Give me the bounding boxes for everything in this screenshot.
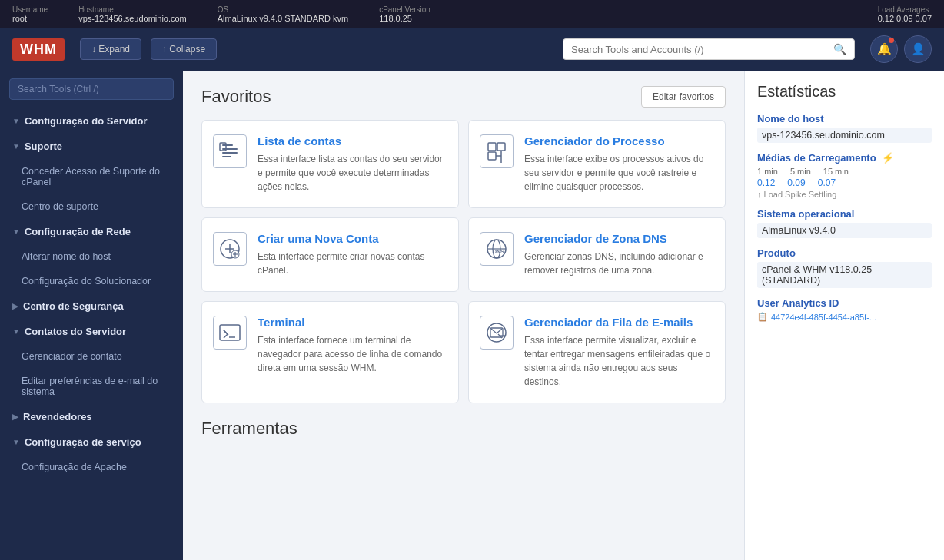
card-gerenciador-processo[interactable]: Gerenciador do Processo Essa interface e… (468, 120, 726, 208)
load-1min-value: 0.12 (757, 177, 775, 188)
sidebar-item-suporte[interactable]: ▼ Suporte (0, 134, 183, 159)
sidebar-label: Configuração de serviço (25, 436, 141, 448)
process-icon (480, 134, 514, 168)
chevron-down-icon: ▼ (12, 117, 20, 125)
user-menu-button[interactable]: 👤 (904, 35, 932, 63)
load-values-row: 0.12 0.09 0.07 (757, 177, 932, 188)
sidebar-label: Centro de Segurança (23, 300, 124, 312)
card-lista-contas-body: Lista de contas Essa interface lista as … (258, 134, 444, 194)
hostname-stat-value: vps-123456.seudominio.com (757, 128, 932, 143)
card-fila-emails-desc: Essa interface permite visualizar, exclu… (524, 333, 711, 389)
load-5min-value: 0.09 (787, 177, 805, 188)
cpanel-label: cPanel Version (379, 5, 430, 14)
card-lista-contas[interactable]: Lista de contas Essa interface lista as … (201, 120, 459, 208)
sidebar-item-editar-preferencias[interactable]: Editar preferências de e-mail do sistema (0, 369, 183, 404)
search-container: 🔍 (563, 38, 855, 60)
os-label: OS (218, 5, 348, 14)
sidebar-item-alterar-hostname[interactable]: Alterar nome do host (0, 244, 183, 269)
favoritos-title: Favoritos (201, 87, 271, 107)
analytics-stat-label: User Analytics ID (757, 297, 932, 309)
card-fila-emails-body: Gerenciador da Fila de E-mails Essa inte… (524, 316, 711, 389)
expand-button[interactable]: ↓ Expand (80, 38, 141, 60)
sidebar-child-label: Configuração de Apache (22, 462, 127, 472)
load-15min-label: 15 min (823, 167, 849, 176)
card-lista-contas-title[interactable]: Lista de contas (258, 134, 444, 147)
os-group: OS AlmaLinux v9.4.0 STANDARD kvm (218, 5, 348, 23)
card-fila-emails[interactable]: Gerenciador da Fila de E-mails Essa inte… (468, 301, 726, 403)
edit-favoritos-button[interactable]: Editar favoritos (641, 86, 726, 108)
search-icon-button[interactable]: 🔍 (833, 43, 846, 55)
svg-rect-2 (222, 152, 238, 154)
sidebar-item-centro-seguranca[interactable]: ▶ Centro de Segurança (0, 293, 183, 319)
card-terminal[interactable]: Terminal Esta interface fornece um termi… (201, 301, 459, 403)
email-queue-icon (480, 316, 514, 350)
card-zona-dns[interactable]: DNS Gerenciador de Zona DNS Gerenciar zo… (468, 217, 726, 292)
sidebar-item-revendedores[interactable]: ▶ Revendedores (0, 404, 183, 429)
product-stat-value: cPanel & WHM v118.0.25 (STANDARD) (757, 262, 932, 288)
svg-rect-3 (222, 156, 231, 157)
notifications-button[interactable]: 🔔 (870, 35, 898, 63)
stats-panel: Estatísticas Nome do host vps-123456.seu… (744, 71, 944, 560)
chevron-down-icon: ▼ (12, 142, 20, 151)
chevron-right-icon: ▶ (12, 413, 18, 421)
hostname-stat-label: Nome do host (757, 113, 932, 124)
sidebar-child-label: Configuração do Solucionador (22, 276, 151, 287)
bell-icon: 🔔 (877, 42, 892, 56)
os-value: AlmaLinux v9.4.0 STANDARD kvm (218, 14, 348, 23)
card-gerenciador-processo-body: Gerenciador do Processo Essa interface e… (524, 134, 711, 194)
username-label: Username (12, 5, 48, 14)
card-zona-dns-desc: Gerenciar zonas DNS, incluindo adicionar… (524, 250, 711, 277)
sidebar-item-config-solucionador[interactable]: Configuração do Solucionador (0, 269, 183, 293)
analytics-stat-value[interactable]: 📋 44724e4f-485f-4454-a85f-... (757, 312, 932, 322)
sidebar-label: Revendedores (23, 411, 92, 422)
sidebar-search-container (0, 71, 183, 108)
load-5min-label: 5 min (790, 167, 811, 176)
card-terminal-body: Terminal Esta interface fornece um termi… (258, 316, 444, 389)
chevron-right-icon: ▶ (12, 302, 18, 310)
main-layout: ▼ Configuração do Servidor ▼ Suporte Con… (0, 71, 944, 560)
sidebar-child-label: Gerenciador de contato (22, 351, 122, 362)
os-stat-value: AlmaLinux v9.4.0 (757, 223, 932, 238)
sidebar-item-contatos-servidor[interactable]: ▼ Contatos do Servidor (0, 319, 183, 344)
chevron-down-icon: ▼ (12, 438, 20, 446)
load-label: Load Averages (878, 5, 932, 14)
sidebar-item-centro-suporte[interactable]: Centro de suporte (0, 194, 183, 219)
card-terminal-desc: Esta interface fornece um terminal de na… (258, 333, 444, 375)
card-zona-dns-title[interactable]: Gerenciador de Zona DNS (524, 232, 711, 245)
sidebar-item-configuracao-servidor[interactable]: ▼ Configuração do Servidor (0, 108, 183, 134)
product-stat-label: Produto (757, 247, 932, 259)
header: WHM ↓ Expand ↑ Collapse 🔍 🔔 👤 (0, 28, 944, 71)
sidebar-search-input[interactable] (9, 78, 174, 100)
favorites-grid: Lista de contas Essa interface lista as … (201, 120, 726, 403)
sidebar-item-gerenciador-contato[interactable]: Gerenciador de contato (0, 344, 183, 369)
card-criar-conta-title[interactable]: Criar uma Nova Conta (258, 232, 444, 245)
card-fila-emails-title[interactable]: Gerenciador da Fila de E-mails (524, 316, 711, 329)
sidebar-item-conceder-acesso[interactable]: Conceder Acesso de Suporte do cPanel (0, 159, 183, 194)
add-account-icon (213, 232, 247, 266)
search-input[interactable] (571, 44, 833, 55)
card-criar-conta[interactable]: Criar uma Nova Conta Esta interface perm… (201, 217, 459, 292)
os-stat-label: Sistema operacional (757, 208, 932, 220)
collapse-button[interactable]: ↑ Collapse (151, 38, 217, 60)
card-terminal-title[interactable]: Terminal (258, 316, 444, 329)
card-lista-contas-desc: Essa interface lista as contas do seu se… (258, 152, 444, 194)
load-info-icon[interactable]: ⚡ (882, 152, 894, 164)
svg-rect-1 (222, 148, 238, 150)
load-stat-label: Médias de Carregamento ⚡ (757, 152, 932, 164)
sidebar-item-config-apache[interactable]: Configuração de Apache (0, 455, 183, 479)
sidebar-label: Contatos do Servidor (25, 326, 126, 337)
load-note: ↑ Load Spike Settling (757, 190, 932, 199)
card-criar-conta-body: Criar uma Nova Conta Esta interface perm… (258, 232, 444, 277)
card-criar-conta-desc: Esta interface permite criar novas conta… (258, 250, 444, 277)
header-icons: 🔔 👤 (870, 35, 932, 63)
svg-rect-6 (497, 143, 505, 151)
sidebar-item-configuracao-rede[interactable]: ▼ Configuração de Rede (0, 219, 183, 244)
card-gerenciador-processo-title[interactable]: Gerenciador do Processo (524, 134, 711, 147)
svg-text:DNS: DNS (493, 249, 504, 254)
sidebar-child-label: Alterar nome do host (22, 251, 111, 262)
user-icon: 👤 (911, 42, 926, 56)
username-group: Username root (12, 5, 48, 23)
load-group: Load Averages 0.12 0.09 0.07 (878, 5, 932, 23)
sidebar-child-label: Conceder Acesso de Suporte do cPanel (22, 166, 171, 187)
sidebar-item-config-servico[interactable]: ▼ Configuração de serviço (0, 429, 183, 455)
